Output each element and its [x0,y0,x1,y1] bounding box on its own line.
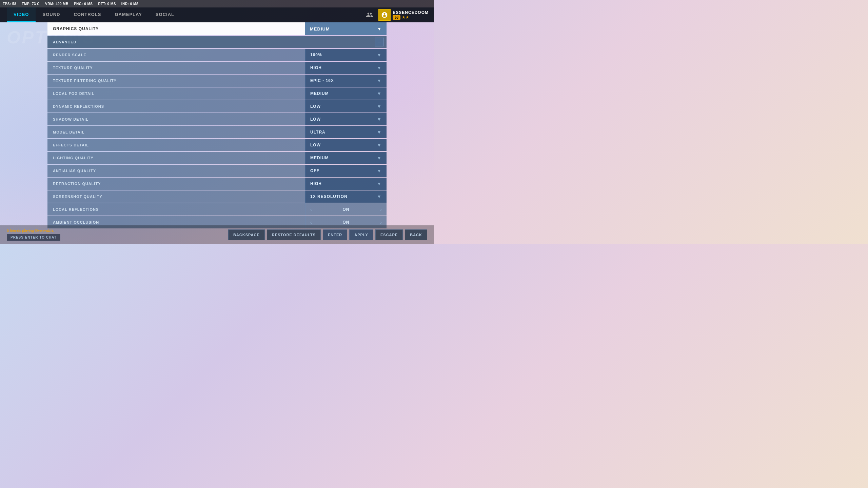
setting-row-advanced: ADVANCED− [47,36,387,48]
value-text-dynamic_reflections: LOW [310,104,321,109]
setting-row-refraction: REFRACTION QUALITYHIGH▼ [47,178,387,190]
setting-value-screenshot_quality[interactable]: 1X RESOLUTION▼ [305,190,387,203]
setting-label-local_fog: LOCAL FOG DETAIL [47,92,305,96]
setting-label-advanced: ADVANCED [47,40,375,44]
setting-row-render_scale: RENDER SCALE100%▼ [47,49,387,61]
value-text-local_fog: MEDIUM [310,91,329,96]
setting-row-texture_quality: TEXTURE QUALITYHIGH▼ [47,62,387,74]
setting-label-ambient_occlusion: AMBIENT OCCLUSION [47,220,305,224]
settings-list: ADVANCED−RENDER SCALE100%▼TEXTURE QUALIT… [47,36,387,228]
setting-value-antialias[interactable]: OFF▼ [305,165,387,177]
setting-toggle-local_reflections: ‹ ON › [305,203,387,216]
star-icons: ★★ [402,15,409,20]
tab-controls[interactable]: CONTROLS [67,7,108,22]
setting-value-shadow_detail[interactable]: LOW▼ [305,113,387,125]
value-text-effects_detail: LOW [310,143,321,147]
setting-row-effects_detail: EFFECTS DETAILLOW▼ [47,139,387,151]
level-badge: 58 [393,15,400,20]
social-icon-btn[interactable] [364,9,375,20]
setting-row-shadow_detail: SHADOW DETAILLOW▼ [47,113,387,125]
setting-label-render_scale: RENDER SCALE [47,53,305,57]
setting-row-lighting_quality: LIGHTING QUALITYMEDIUM▼ [47,152,387,164]
toggle-value-local_reflections: ON [314,207,378,212]
setting-value-texture_filtering[interactable]: EPIC - 16X▼ [305,75,387,87]
value-text-refraction: HIGH [310,181,322,186]
setting-label-refraction: REFRACTION QUALITY [47,182,305,186]
setting-value-texture_quality[interactable]: HIGH▼ [305,62,387,74]
setting-value-effects_detail[interactable]: LOW▼ [305,139,387,151]
setting-value-lighting_quality[interactable]: MEDIUM▼ [305,152,387,164]
value-text-screenshot_quality: 1X RESOLUTION [310,194,348,199]
setting-value-refraction[interactable]: HIGH▼ [305,178,387,190]
stats-bar: FPS: 58 TMP: 73 C VRM: 490 MB PNG: 0 MS … [0,0,434,7]
profile-info: ESSENCEDOOM 58 ★★ [393,10,429,20]
setting-label-antialias: ANTIALIAS QUALITY [47,169,305,173]
png-stat: PNG: 0 MS [74,2,93,6]
value-text-texture_filtering: EPIC - 16X [310,78,334,83]
chevron-down-icon: ▼ [377,26,382,32]
setting-label-texture_quality: TEXTURE QUALITY [47,66,305,70]
rtt-stat: RTT: 0 MS [98,2,116,6]
toggle-right-local_reflections[interactable]: › [378,207,384,212]
value-text-texture_quality: HIGH [310,65,322,70]
ind-stat: IND: 0 MS [121,2,139,6]
profile-badge: ESSENCEDOOM 58 ★★ [378,9,429,21]
fps-stat: FPS: 58 [3,2,16,6]
setting-value-model_detail[interactable]: ULTRA▼ [305,126,387,138]
chevron-down-icon: ▼ [377,168,382,174]
chevron-down-icon: ▼ [377,104,382,109]
value-text-render_scale: 100% [310,53,322,57]
tab-video[interactable]: VIDEO [7,7,36,22]
back-button[interactable]: BACK [405,229,427,240]
setting-label-lighting_quality: LIGHTING QUALITY [47,156,305,160]
bottom-right: BACKSPACE RESTORE DEFAULTS ENTER APPLY E… [228,229,427,240]
setting-row-antialias: ANTIALIAS QUALITYOFF▼ [47,165,387,177]
enter-button[interactable]: ENTER [323,229,347,240]
setting-row-texture_filtering: TEXTURE FILTERING QUALITYEPIC - 16X▼ [47,75,387,87]
chevron-down-icon: ▼ [377,78,382,83]
setting-value-local_fog[interactable]: MEDIUM▼ [305,87,387,100]
value-text-lighting_quality: MEDIUM [310,156,329,160]
backspace-button[interactable]: BACKSPACE [228,229,265,240]
graphics-quality-select[interactable]: MEDIUM ▼ [305,22,387,35]
value-text-model_detail: ULTRA [310,130,326,135]
value-text-antialias: OFF [310,168,319,173]
setting-label-effects_detail: EFFECTS DETAIL [47,143,305,147]
setting-row-local_fog: LOCAL FOG DETAILMEDIUM▼ [47,87,387,100]
toggle-value-ambient_occlusion: ON [314,220,378,225]
nav-right: ESSENCEDOOM 58 ★★ [364,9,434,21]
tab-sound[interactable]: SOUND [36,7,67,22]
toggle-left-ambient_occlusion[interactable]: ‹ [308,220,314,225]
chevron-down-icon: ▼ [377,155,382,161]
setting-row-screenshot_quality: SCREENSHOT QUALITY1X RESOLUTION▼ [47,190,387,203]
escape-button[interactable]: ESCAPE [375,229,403,240]
tab-gameplay[interactable]: GAMEPLAY [108,7,149,22]
tab-social[interactable]: SOCIAL [149,7,181,22]
chevron-down-icon: ▼ [377,142,382,148]
apply-button[interactable]: APPLY [349,229,373,240]
toggle-right-ambient_occlusion[interactable]: › [378,220,384,225]
toggle-left-local_reflections[interactable]: ‹ [308,207,314,212]
vrm-stat: VRM: 490 MB [45,2,68,6]
bottom-bar: 5 friends playing Overwatch. PRESS ENTER… [0,225,434,244]
profile-name: ESSENCEDOOM [393,10,429,15]
setting-row-model_detail: MODEL DETAILULTRA▼ [47,126,387,138]
bottom-left: 5 friends playing Overwatch. PRESS ENTER… [7,228,60,241]
setting-value-dynamic_reflections[interactable]: LOW▼ [305,100,387,113]
value-text-shadow_detail: LOW [310,117,321,122]
chevron-down-icon: ▼ [377,181,382,186]
setting-row-local_reflections: LOCAL REFLECTIONS ‹ ON › [47,203,387,216]
collapse-button-advanced[interactable]: − [375,38,384,46]
main-content: GRAPHICS QUALITY MEDIUM ▼ ADVANCED−RENDE… [47,22,387,224]
graphics-quality-value: MEDIUM [310,26,330,32]
graphics-quality-label: GRAPHICS QUALITY [47,22,305,35]
tmp-stat: TMP: 73 C [22,2,40,6]
nav-tabs: VIDEO SOUND CONTROLS GAMEPLAY SOCIAL [7,7,364,22]
profile-level: 58 ★★ [393,15,429,20]
restore-defaults-button[interactable]: RESTORE DEFAULTS [267,229,321,240]
setting-value-render_scale[interactable]: 100%▼ [305,49,387,61]
press-enter-chat-button[interactable]: PRESS ENTER TO CHAT [7,234,60,241]
graphics-quality-row: GRAPHICS QUALITY MEDIUM ▼ [47,22,387,35]
setting-row-dynamic_reflections: DYNAMIC REFLECTIONSLOW▼ [47,100,387,113]
chevron-down-icon: ▼ [377,91,382,96]
